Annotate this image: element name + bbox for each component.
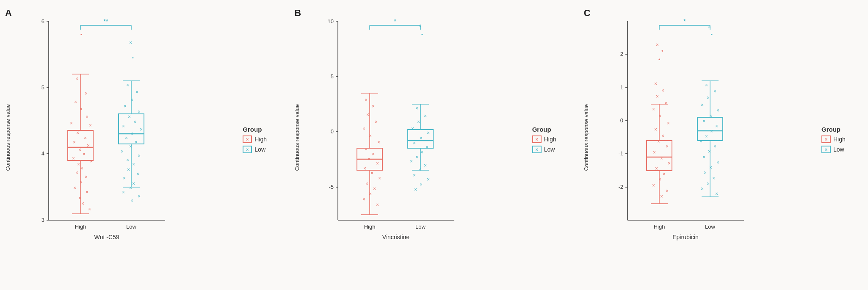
y-axis-label-a: Continuous response value [5,104,11,171]
svg-text:×: × [705,133,708,139]
svg-text:5: 5 [331,73,334,80]
svg-text:×: × [413,172,416,178]
svg-text:•: • [132,55,134,60]
svg-text:High: High [75,224,86,230]
panel-b: B Continuous response value 10 5 0 [289,4,578,286]
legend-label-low-a: Low [254,146,265,153]
svg-text:×: × [130,97,133,103]
svg-text:×: × [75,76,78,82]
svg-text:×: × [709,113,712,119]
svg-text:-2: -2 [618,184,623,190]
svg-text:×: × [411,126,414,132]
svg-text:×: × [661,133,664,139]
svg-text:×: × [126,82,129,88]
legend-a: Group × High × Low [238,13,285,260]
svg-text:×: × [129,40,132,46]
svg-text:×: × [415,105,418,111]
svg-text:×: × [78,147,81,153]
svg-text:×: × [138,153,141,159]
legend-label-high-a: High [254,136,267,143]
svg-text:•: • [711,32,713,37]
svg-text:High: High [364,224,376,230]
svg-text:×: × [377,139,380,145]
svg-text:×: × [376,160,379,166]
svg-text:×: × [716,160,719,166]
svg-text:×: × [84,135,87,141]
svg-text:×: × [375,119,378,125]
svg-text:×: × [130,198,133,204]
svg-text:×: × [73,139,76,145]
svg-text:×: × [666,144,669,149]
svg-text:2: 2 [620,51,623,57]
svg-text:×: × [652,106,655,112]
svg-text:×: × [424,163,427,168]
plot-svg-c: 2 1 0 -1 -2 * • × [608,13,752,250]
legend-icon-low-b: × [532,146,542,153]
legend-b: Group × High × Low [528,13,575,260]
svg-text:×: × [709,165,712,171]
svg-text:×: × [415,154,418,160]
svg-text:•: • [421,32,423,37]
legend-label-high-b: High [544,136,556,143]
legend-label-low-c: Low [833,146,844,153]
svg-text:1: 1 [620,84,623,91]
svg-text:×: × [130,131,133,137]
svg-text:×: × [420,135,423,141]
svg-text:×: × [70,120,73,126]
svg-text:×: × [86,189,88,195]
svg-text:×: × [661,88,664,94]
svg-text:×: × [122,189,125,195]
svg-text:×: × [88,206,91,212]
figure-container: A Continuous response value 6 5 4 [0,0,868,290]
svg-text:×: × [704,170,707,176]
svg-text:×: × [85,174,88,180]
svg-text:×: × [418,23,421,29]
svg-text:×: × [699,138,702,144]
svg-text:×: × [413,140,416,146]
svg-text:×: × [135,89,138,95]
svg-text:×: × [129,185,132,191]
svg-text:×: × [74,99,77,105]
svg-text:×: × [414,187,417,193]
svg-text:×: × [133,119,136,125]
svg-text:×: × [73,185,76,191]
svg-text:10: 10 [328,18,334,25]
svg-text:×: × [702,118,705,124]
legend-icon-low-a: × [243,146,252,153]
svg-text:×: × [132,181,135,187]
svg-text:×: × [656,94,659,99]
svg-text:•: • [658,57,660,63]
svg-text:High: High [653,224,665,230]
svg-text:×: × [135,139,138,145]
svg-text:×: × [373,186,376,192]
legend-item-high-b: × High [532,135,575,143]
svg-text:×: × [420,182,423,188]
svg-text:-5: -5 [329,184,334,190]
svg-text:Epirubicin: Epirubicin [672,234,698,240]
svg-text:×: × [81,201,84,207]
svg-text:×: × [369,133,372,139]
svg-text:×: × [362,126,365,132]
svg-text:×: × [372,151,375,157]
panel-a: A Continuous response value 6 5 4 [0,4,289,286]
svg-text:×: × [86,114,88,120]
svg-text:×: × [121,149,124,155]
svg-text:×: × [80,106,83,112]
svg-text:×: × [427,130,430,136]
svg-text:Low: Low [415,224,426,230]
svg-text:×: × [124,103,127,109]
svg-text:×: × [76,130,79,136]
svg-text:×: × [136,171,139,177]
svg-text:×: × [701,186,704,192]
legend-title-a: Group [243,126,285,133]
svg-text:×: × [89,122,92,128]
svg-text:×: × [707,181,710,187]
svg-text:×: × [655,166,658,171]
svg-text:•: • [661,48,663,54]
svg-text:×: × [716,108,719,113]
svg-text:×: × [410,158,413,164]
svg-text:×: × [658,113,661,119]
svg-text:×: × [125,135,128,141]
svg-text:×: × [363,166,366,171]
svg-text:×: × [123,175,126,181]
